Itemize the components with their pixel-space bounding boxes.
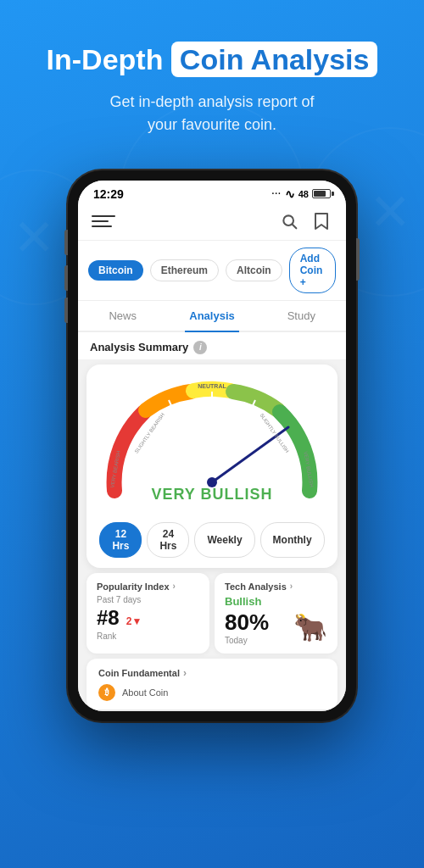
svg-text:NEUTRAL: NEUTRAL bbox=[198, 383, 226, 389]
fundamental-arrow-icon: › bbox=[183, 667, 187, 679]
coin-tab-altcoin[interactable]: Altcoin bbox=[226, 259, 282, 281]
bullish-sentiment: Bullish bbox=[225, 595, 327, 608]
bitcoin-coin-icon: ₿ bbox=[98, 684, 115, 701]
phone-device: 12:29 ··· ∿ 48 bbox=[68, 170, 356, 721]
nav-bar bbox=[78, 204, 346, 241]
analysis-summary-label: Analysis Summary bbox=[90, 341, 188, 353]
tech-analysis-title: Tech Analysis › bbox=[225, 581, 327, 592]
popularity-arrow-icon: › bbox=[173, 581, 176, 591]
time-btn-24hrs[interactable]: 24 Hrs bbox=[147, 522, 189, 558]
rank-value: #8 bbox=[97, 606, 120, 630]
battery-text: 48 bbox=[298, 189, 309, 199]
fundamental-row: ₿ About Coin bbox=[98, 684, 326, 701]
time-btn-weekly[interactable]: Weekly bbox=[194, 522, 254, 558]
bullish-date: Today bbox=[225, 636, 269, 645]
header-title: In-Depth Coin Analysis bbox=[25, 42, 399, 77]
coin-tab-bitcoin[interactable]: Bitcoin bbox=[88, 260, 143, 281]
popularity-card-title: Popularity Index › bbox=[97, 581, 199, 592]
phone-screen: 12:29 ··· ∿ 48 bbox=[78, 181, 346, 711]
hamburger-menu-icon[interactable] bbox=[92, 209, 115, 233]
bottom-cards: Popularity Index › Past 7 days #8 2▼ Ran… bbox=[86, 573, 338, 654]
tech-analysis-arrow-icon: › bbox=[290, 581, 293, 591]
analysis-summary-header: Analysis Summary i bbox=[78, 332, 346, 359]
phone-mockup-wrapper: 12:29 ··· ∿ 48 bbox=[0, 170, 424, 721]
wifi-icon: ∿ bbox=[285, 187, 295, 201]
time-filters: 12 Hrs 24 Hrs Weekly Monthly bbox=[100, 522, 324, 558]
rank-change: 2▼ bbox=[126, 615, 142, 627]
gauge-card: NEUTRAL SLIGHTLY BEARISH SLIGHTLY BULLIS… bbox=[86, 364, 338, 568]
signal-dots-icon: ··· bbox=[271, 189, 281, 198]
header-title-normal: In-Depth bbox=[47, 43, 164, 75]
content-tabs: News Analysis Study bbox=[78, 301, 346, 332]
bullish-percentage: 80% bbox=[225, 609, 269, 636]
bull-icon: 🐂 bbox=[293, 611, 327, 643]
fundamental-sub: About Coin bbox=[122, 687, 168, 698]
info-icon[interactable]: i bbox=[193, 341, 207, 354]
tech-analysis-card: Tech Analysis › Bullish 80% Today 🐂 bbox=[215, 573, 338, 654]
coin-tab-ethereum[interactable]: Ethereum bbox=[150, 259, 219, 281]
coin-tab-add[interactable]: Add Coin + bbox=[289, 248, 336, 293]
time-btn-12hrs[interactable]: 12 Hrs bbox=[99, 522, 142, 558]
tab-analysis[interactable]: Analysis bbox=[167, 301, 256, 331]
status-icons: ··· ∿ 48 bbox=[271, 187, 331, 201]
popularity-card: Popularity Index › Past 7 days #8 2▼ Ran… bbox=[86, 573, 209, 654]
nav-right-icons bbox=[278, 210, 332, 232]
bookmark-icon[interactable] bbox=[310, 210, 332, 232]
svg-line-1 bbox=[293, 225, 297, 229]
battery-icon bbox=[312, 189, 331, 198]
status-bar: 12:29 ··· ∿ 48 bbox=[78, 181, 346, 204]
header-subtitle: Get in-depth analysis report ofyour favo… bbox=[25, 91, 399, 136]
search-icon[interactable] bbox=[278, 210, 300, 232]
status-time: 12:29 bbox=[93, 187, 124, 201]
fundamental-card: Coin Fundamental › ₿ About Coin bbox=[86, 659, 338, 709]
gauge-value-label: VERY BULLISH bbox=[151, 486, 272, 504]
tab-news[interactable]: News bbox=[78, 301, 167, 331]
rank-label: Rank bbox=[97, 632, 199, 641]
gauge-svg: NEUTRAL SLIGHTLY BEARISH SLIGHTLY BULLIS… bbox=[93, 376, 331, 504]
header-title-highlight: Coin Analysis bbox=[171, 42, 378, 77]
gauge-container: NEUTRAL SLIGHTLY BEARISH SLIGHTLY BULLIS… bbox=[100, 376, 324, 512]
fundamental-title: Coin Fundamental › bbox=[98, 667, 326, 679]
header-section: In-Depth Coin Analysis Get in-depth anal… bbox=[0, 0, 424, 153]
main-content: Analysis Summary i bbox=[78, 332, 346, 711]
popularity-sub: Past 7 days bbox=[97, 595, 199, 604]
time-btn-monthly[interactable]: Monthly bbox=[260, 522, 325, 558]
coin-tabs: Bitcoin Ethereum Altcoin Add Coin + bbox=[78, 241, 346, 301]
tab-study[interactable]: Study bbox=[257, 301, 346, 331]
